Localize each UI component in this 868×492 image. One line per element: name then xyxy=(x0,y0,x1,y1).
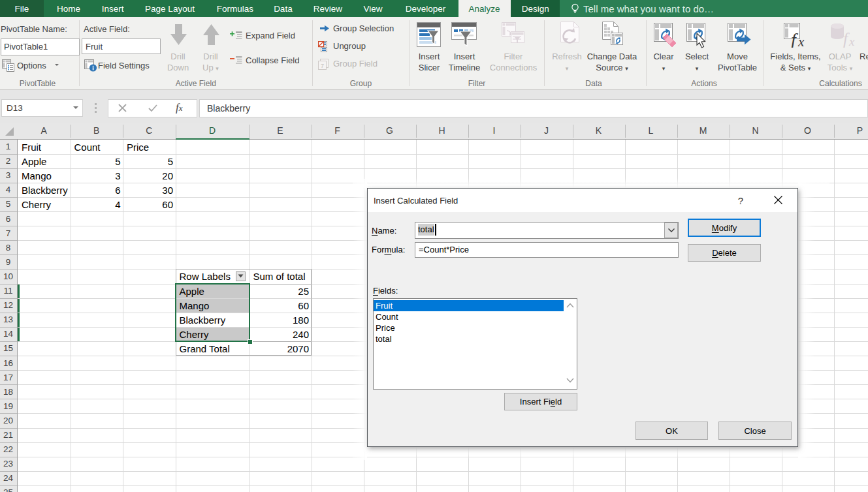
svg-text:x: x xyxy=(797,34,805,48)
svg-text:x: x xyxy=(848,35,855,48)
svg-text:7: 7 xyxy=(321,63,324,69)
